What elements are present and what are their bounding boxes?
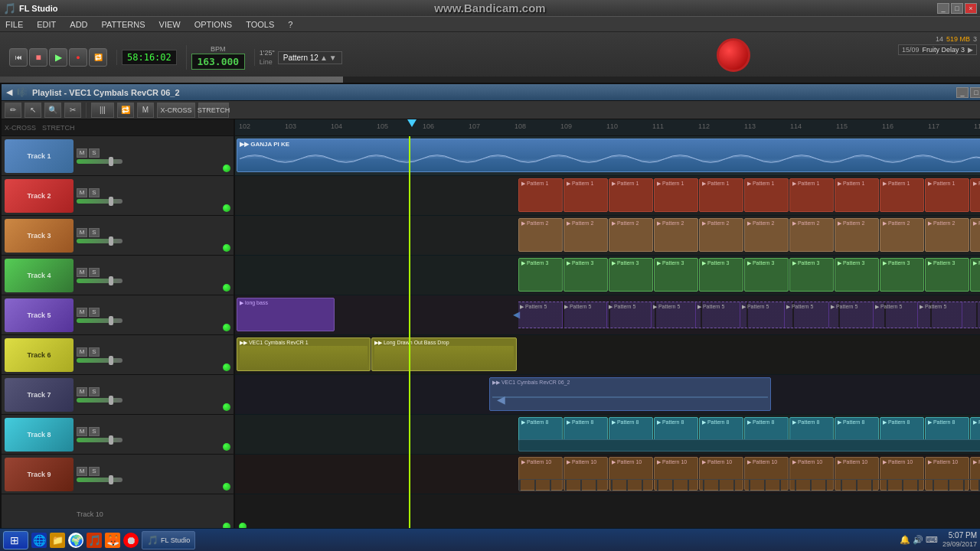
tool-loop[interactable]: 🔁 xyxy=(117,103,134,118)
menu-edit[interactable]: EDIT xyxy=(34,19,58,30)
bpm-display[interactable]: 163.000 xyxy=(191,54,245,70)
track-5-mute[interactable]: M xyxy=(77,308,87,317)
clip-track4-p3-2[interactable]: ▶ Pattern 3 xyxy=(564,258,608,292)
track-2-solo[interactable]: S xyxy=(89,188,100,197)
pattern-selector[interactable]: Pattern 12 ▲ ▼ xyxy=(278,51,342,64)
track-row-3[interactable]: ▶ Pattern 2 ▶ Pattern 2 ▶ Pattern 2 ▶ Pa… xyxy=(235,216,980,256)
files-icon[interactable]: 📁 xyxy=(50,533,65,548)
clip-track3-p2-10[interactable]: ▶ Pattern 2 xyxy=(925,218,969,252)
loop-button[interactable]: 🔁 xyxy=(89,48,107,67)
clip-track4-p3-7[interactable]: ▶ Pattern 3 xyxy=(789,258,834,292)
tool-zoom[interactable]: 🔍 xyxy=(44,103,61,118)
track-3-solo[interactable]: S xyxy=(89,228,100,237)
prev-button[interactable]: ⏮ xyxy=(9,48,28,67)
clip-track4-p3-3[interactable]: ▶ Pattern 3 xyxy=(609,258,653,292)
track-9-mute[interactable]: M xyxy=(77,467,87,476)
menu-patterns[interactable]: PATTERNS xyxy=(100,19,148,30)
track-row-5[interactable]: ▶ long bass ◀ ▶ Pattern 5 ▶ Pattern 5 ▶ … xyxy=(235,295,980,335)
titlebar-controls[interactable]: _ □ × xyxy=(937,3,977,14)
clip-track1-audio[interactable]: ▶▶ GANJA PI KE xyxy=(237,139,980,172)
tool-select[interactable]: ↖ xyxy=(24,103,41,118)
track-8-mute[interactable]: M xyxy=(77,427,87,436)
clip-track6-vec1[interactable]: ▶▶ VEC1 Cymbals RevCR 1 xyxy=(237,337,371,371)
clip-track2-p1-6[interactable]: ▶ Pattern 1 xyxy=(744,178,789,212)
track-5-solo[interactable]: S xyxy=(89,308,100,317)
clip-track3-p2-9[interactable]: ▶ Pattern 2 xyxy=(880,218,924,252)
clip-track3-p2-6[interactable]: ▶ Pattern 2 xyxy=(744,218,789,252)
clip-track3-p2-2[interactable]: ▶ Pattern 2 xyxy=(564,218,608,252)
clip-track2-p1-8[interactable]: ▶ Pattern 1 xyxy=(835,178,879,212)
track-8-solo[interactable]: S xyxy=(89,427,100,436)
track-2-mute[interactable]: M xyxy=(77,188,87,197)
track-row-1[interactable]: ▶▶ GANJA PI KE xyxy=(235,136,980,176)
progress-container[interactable] xyxy=(0,77,980,83)
menu-file[interactable]: FILE xyxy=(3,19,25,30)
track-9-solo[interactable]: S xyxy=(89,467,100,476)
menu-add[interactable]: ADD xyxy=(67,19,90,30)
maximize-button[interactable]: □ xyxy=(951,3,963,14)
media-icon-1[interactable]: 🎵 xyxy=(87,533,102,548)
clip-track2-p1-9[interactable]: ▶ Pattern 1 xyxy=(880,178,924,212)
menu-help[interactable]: ? xyxy=(286,19,295,30)
plugin-arrow[interactable]: ▶ xyxy=(968,46,973,54)
stop-button[interactable]: ■ xyxy=(29,48,47,67)
pattern-down-btn[interactable]: ▼ xyxy=(329,54,337,62)
clip-track7-vec1-2[interactable]: ▶▶ VEC1 Cymbals RevCR 06_2 ◀ xyxy=(489,377,771,411)
playlist-nav-left[interactable]: ◀ xyxy=(6,87,12,97)
clip-track3-p2-11[interactable]: ▶ P xyxy=(970,218,980,252)
tool-stretch[interactable]: STRETCH xyxy=(198,103,229,118)
clip-track4-p3-5[interactable]: ▶ Pattern 3 xyxy=(699,258,743,292)
clip-track4-p3-6[interactable]: ▶ Pattern 3 xyxy=(744,258,789,292)
track-7-solo[interactable]: S xyxy=(89,387,100,396)
clip-track2-p1-7[interactable]: ▶ Pattern 1 xyxy=(789,178,834,212)
menu-tools[interactable]: TOOLS xyxy=(243,19,276,30)
clip-track6-longdrawn[interactable]: ▶▶ Long Drawn Out Bass Drop xyxy=(371,337,517,371)
track-6-mute[interactable]: M xyxy=(77,347,87,357)
menu-options[interactable]: OPTIONS xyxy=(192,19,235,30)
clip-track3-p2-4[interactable]: ▶ Pattern 2 xyxy=(654,218,698,252)
tracks-area[interactable]: 102 103 104 105 106 107 108 109 110 111 … xyxy=(235,119,980,528)
track-1-volume[interactable] xyxy=(77,159,122,164)
clip-track2-p1-11[interactable]: ▶ P xyxy=(970,178,980,212)
track-row-2[interactable]: ▶ Pattern 1 ▶ Pattern 1 ▶ Pattern 1 ▶ Pa… xyxy=(235,176,980,216)
clip-track4-p3-10[interactable]: ▶ Pattern 3 xyxy=(925,258,969,292)
track-2-volume[interactable] xyxy=(77,199,122,204)
clip-track2-p1-5[interactable]: ▶ Pattern 1 xyxy=(699,178,743,212)
track-row-7[interactable]: ▶▶ VEC1 Cymbals RevCR 06_2 ◀ xyxy=(235,375,980,415)
track-row-9[interactable]: ▶ Pattern 10 ▶ Pattern 10 ▶ Pattern 10 ▶… xyxy=(235,455,980,494)
track-6-volume[interactable] xyxy=(77,358,122,363)
clip-track3-p2-7[interactable]: ▶ Pattern 2 xyxy=(789,218,834,252)
clip-track4-p3-4[interactable]: ▶ Pattern 3 xyxy=(654,258,698,292)
clip-track5-longbass[interactable]: ▶ long bass xyxy=(237,298,335,331)
track-7-volume[interactable] xyxy=(77,398,122,403)
clip-track3-p2-1[interactable]: ▶ Pattern 2 xyxy=(518,218,563,252)
track-3-mute[interactable]: M xyxy=(77,228,87,237)
track-6-solo[interactable]: S xyxy=(89,347,100,357)
clip-track4-p3-11[interactable]: ▶ P xyxy=(970,258,980,292)
track-5-volume[interactable] xyxy=(77,318,122,323)
track-9-volume[interactable] xyxy=(77,478,122,482)
track-row-6[interactable]: ▶▶ VEC1 Cymbals RevCR 1 ▶▶ Long Drawn Ou… xyxy=(235,335,980,375)
clip-track4-p3-8[interactable]: ▶ Pattern 3 xyxy=(835,258,879,292)
pattern-up-btn[interactable]: ▲ xyxy=(320,54,328,62)
start-button[interactable]: ⊞ xyxy=(3,531,28,549)
tool-crossfade[interactable]: X-CROSS xyxy=(157,103,195,118)
clip-track3-p2-3[interactable]: ▶ Pattern 2 xyxy=(609,218,653,252)
track-4-volume[interactable] xyxy=(77,279,122,283)
ie-icon[interactable]: 🌐 xyxy=(31,533,47,548)
track-1-solo[interactable]: S xyxy=(89,148,100,158)
clip-track2-p1-2[interactable]: ▶ Pattern 1 xyxy=(564,178,608,212)
fl-taskbar-item[interactable]: 🎵 FL Studio xyxy=(142,531,195,549)
menu-view[interactable]: VIEW xyxy=(157,19,183,30)
close-button[interactable]: × xyxy=(965,3,977,14)
clip-track4-p3-9[interactable]: ▶ Pattern 3 xyxy=(880,258,924,292)
clip-track2-p1-1[interactable]: ▶ Pattern 1 xyxy=(518,178,563,212)
track-row-10[interactable] xyxy=(235,494,980,528)
minimize-button[interactable]: _ xyxy=(937,3,949,14)
tool-draw[interactable]: ✏ xyxy=(5,103,21,118)
clip-track3-p2-5[interactable]: ▶ Pattern 2 xyxy=(699,218,743,252)
record-icon[interactable]: ⏺ xyxy=(123,533,139,548)
track-row-4[interactable]: ▶ Pattern 3 ▶ Pattern 3 ▶ Pattern 3 ▶ Pa… xyxy=(235,256,980,295)
track-row-8[interactable]: ▶ Pattern 8 ▶ Pattern 8 ▶ Pattern 8 ▶ Pa… xyxy=(235,415,980,455)
play-button[interactable]: ▶ xyxy=(49,48,67,67)
